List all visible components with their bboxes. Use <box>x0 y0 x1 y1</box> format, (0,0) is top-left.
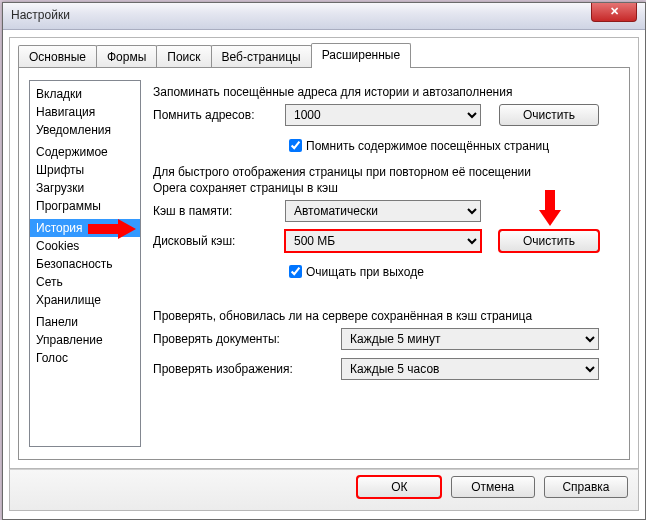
sidebar-item[interactable]: История <box>30 219 140 237</box>
section2-desc: Для быстрого отображения страницы при по… <box>153 164 617 196</box>
sidebar-item[interactable]: Содержимое <box>30 143 140 161</box>
check-docs-label: Проверять документы: <box>153 332 280 346</box>
sidebar-item[interactable]: Шрифты <box>30 161 140 179</box>
tab-panel: ВкладкиНавигацияУведомленияСодержимоеШри… <box>18 67 630 460</box>
disk-cache-label: Дисковый кэш: <box>153 234 235 248</box>
clear-disk-cache-button[interactable]: Очистить <box>499 230 599 252</box>
settings-window: Настройки ✕ ОсновныеФормыПоискВеб-страни… <box>2 2 646 520</box>
tab-2[interactable]: Поиск <box>156 45 211 68</box>
clear-on-exit-checkbox[interactable]: Очищать при выходе <box>285 262 424 281</box>
sidebar-item[interactable]: Панели <box>30 313 140 331</box>
tab-strip: ОсновныеФормыПоискВеб-страницыРасширенны… <box>18 44 630 68</box>
check-imgs-label: Проверять изображения: <box>153 362 293 376</box>
remember-content-checkbox[interactable]: Помнить содержимое посещённых страниц <box>285 136 549 155</box>
ok-button[interactable]: ОК <box>357 476 441 498</box>
client-area: ОсновныеФормыПоискВеб-страницыРасширенны… <box>9 37 639 469</box>
sidebar-item[interactable]: Программы <box>30 197 140 215</box>
sidebar-item[interactable]: Управление <box>30 331 140 349</box>
sidebar-item[interactable]: Голос <box>30 349 140 367</box>
sidebar-item[interactable]: Хранилище <box>30 291 140 309</box>
window-title: Настройки <box>11 8 70 22</box>
help-button[interactable]: Справка <box>544 476 628 498</box>
tab-1[interactable]: Формы <box>96 45 157 68</box>
sidebar-item[interactable]: Загрузки <box>30 179 140 197</box>
memory-cache-label: Кэш в памяти: <box>153 204 232 218</box>
tab-0[interactable]: Основные <box>18 45 97 68</box>
sidebar-item[interactable]: Уведомления <box>30 121 140 139</box>
section3-title: Проверять, обновилась ли на сервере сохр… <box>153 308 617 324</box>
addresses-combo[interactable]: 1000 <box>285 104 481 126</box>
sidebar-item[interactable]: Вкладки <box>30 85 140 103</box>
memory-cache-combo[interactable]: Автоматически <box>285 200 481 222</box>
main-pane: Запоминать посещённые адреса для истории… <box>153 78 617 447</box>
check-docs-combo[interactable]: Каждые 5 минут <box>341 328 599 350</box>
section1-title: Запоминать посещённые адреса для истории… <box>153 84 617 100</box>
clear-addresses-button[interactable]: Очистить <box>499 104 599 126</box>
tab-4[interactable]: Расширенные <box>311 43 412 68</box>
right-arrow-annotation <box>88 219 136 239</box>
sidebar-item[interactable]: Безопасность <box>30 255 140 273</box>
bottom-bar: ОК Отмена Справка <box>9 469 639 511</box>
close-button[interactable]: ✕ <box>591 3 637 22</box>
disk-cache-highlight: 500 МБ <box>285 230 481 252</box>
sidebar-item[interactable]: Сеть <box>30 273 140 291</box>
cancel-button[interactable]: Отмена <box>451 476 535 498</box>
addresses-label: Помнить адресов: <box>153 108 255 122</box>
sidebar-item[interactable]: Навигация <box>30 103 140 121</box>
check-imgs-combo[interactable]: Каждые 5 часов <box>341 358 599 380</box>
titlebar: Настройки ✕ <box>3 3 645 30</box>
sidebar-item[interactable]: Cookies <box>30 237 140 255</box>
disk-cache-combo[interactable]: 500 МБ <box>285 230 481 252</box>
tab-3[interactable]: Веб-страницы <box>211 45 312 68</box>
sidebar: ВкладкиНавигацияУведомленияСодержимоеШри… <box>29 80 141 447</box>
